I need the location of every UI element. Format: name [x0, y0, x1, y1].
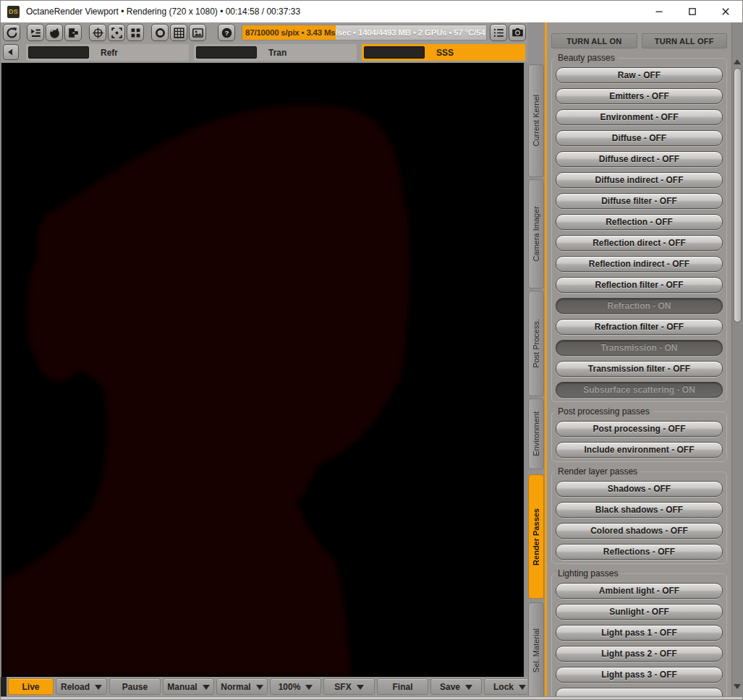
pass-toggle-refraction-on[interactable]: Refraction - ON: [556, 298, 723, 314]
ring-button[interactable]: [151, 24, 169, 41]
button-label: Reload: [61, 682, 90, 692]
minimize-icon: [655, 7, 663, 16]
panel-scrollbar[interactable]: [731, 22, 742, 696]
previous-pass-button[interactable]: [3, 44, 19, 60]
control-final-button[interactable]: Final: [377, 678, 428, 695]
control-sfx-button[interactable]: SFX: [323, 678, 375, 695]
pass-toggle-transmission-on[interactable]: Transmission - ON: [556, 340, 723, 356]
pass-preview-refr[interactable]: Refr: [26, 44, 189, 61]
back-arrow-icon: [6, 47, 16, 57]
tab-current-kernel[interactable]: Current Kernel: [528, 64, 544, 177]
pass-preview-label: SSS: [436, 48, 454, 58]
maximize-icon: [688, 7, 697, 16]
snapshot-camera-icon: [511, 26, 525, 40]
control-manual-button[interactable]: Manual: [163, 678, 214, 695]
pass-toggle-reflection-off[interactable]: Reflection - OFF: [556, 214, 723, 230]
render-priority-icon: [29, 26, 43, 40]
pass-toggle-diffuse-off[interactable]: Diffuse - OFF: [556, 130, 723, 146]
section-beauty-passes: Beauty passesRaw - OFFEmitters - OFFEnvi…: [551, 58, 727, 402]
pass-toggle-post-processing-off[interactable]: Post processing - OFF: [556, 421, 723, 437]
render-priority-button[interactable]: [27, 24, 44, 41]
panel-tab-strip: Current KernelCamera ImagerPost Process.…: [527, 22, 545, 696]
snapshot-camera-button[interactable]: [509, 24, 526, 41]
pass-toggle-emitters-off[interactable]: Emitters - OFF: [556, 88, 723, 104]
pass-toggle-raw-off[interactable]: Raw - OFF: [556, 67, 723, 83]
control-pause-button[interactable]: Pause: [109, 678, 161, 695]
pass-toggle-include-environment-off[interactable]: Include environment - OFF: [556, 442, 723, 458]
svg-text:?: ?: [224, 28, 229, 36]
pass-toggle-subsurface-scattering-on[interactable]: Subsurface scattering - ON: [556, 382, 723, 398]
pass-toggle-light-pass-2-off[interactable]: Light pass 2 - OFF: [556, 646, 723, 662]
window-title: OctaneRender Viewport • Rendering (720 x…: [26, 7, 300, 17]
scroll-up-icon: [734, 59, 741, 64]
tab-post-process[interactable]: Post Process.: [528, 291, 544, 396]
pass-toggle-environment-off[interactable]: Environment - OFF: [556, 109, 723, 125]
background-upload-attachment-link[interactable]: Upload attachment: [145, 697, 224, 700]
tab-environment[interactable]: Environment: [528, 398, 544, 469]
quad-view-button[interactable]: [127, 24, 144, 41]
scrollbar-thumb[interactable]: [734, 68, 742, 323]
scroll-down-button[interactable]: [733, 682, 742, 691]
render-status-text-overlay: 87/10000 s/pix • 3.43 Ms/sec • 1404/4493…: [245, 25, 336, 40]
control-reload-button[interactable]: Reload: [56, 678, 107, 695]
tab-render-passes[interactable]: Render Passes: [528, 474, 544, 599]
pass-toggle-light-pass-3-off[interactable]: Light pass 3 - OFF: [556, 667, 723, 683]
subdivision-grid-button[interactable]: [170, 24, 187, 41]
refresh-button[interactable]: [3, 24, 20, 41]
turn-all-off-button[interactable]: TURN ALL OFF: [642, 33, 728, 48]
pass-toggle-shadows-off[interactable]: Shadows - OFF: [556, 481, 723, 497]
section-post-processing-passes: Post processing passesPost processing - …: [551, 411, 727, 462]
background-options-link[interactable]: Options: [26, 697, 61, 700]
app-icon: DS: [7, 6, 20, 18]
maximize-button[interactable]: [676, 1, 709, 22]
pass-toggle-diffuse-filter-off[interactable]: Diffuse filter - OFF: [556, 193, 723, 209]
tab-label: Camera Imager: [532, 206, 540, 261]
section-title: Render layer passes: [555, 466, 640, 477]
scroll-up-button[interactable]: [733, 57, 742, 67]
section-lighting-passes: Lighting passesAmbient light - OFFSunlig…: [551, 573, 727, 696]
pass-thumbnail: [28, 46, 89, 59]
dropdown-arrow-icon: [465, 685, 472, 690]
tab-camera-imager[interactable]: Camera Imager: [528, 179, 544, 289]
pass-preview-sss[interactable]: SSS: [362, 44, 525, 61]
ring-icon: [153, 26, 167, 40]
pass-toggle-refraction-filter-off[interactable]: Refraction filter - OFF: [556, 319, 723, 335]
pass-toggle-diffuse-indirect-off[interactable]: Diffuse indirect - OFF: [556, 172, 723, 188]
pass-toggle-reflection-direct-off[interactable]: Reflection direct - OFF: [556, 235, 723, 251]
close-button[interactable]: [709, 1, 742, 22]
render-viewport[interactable]: [1, 62, 527, 677]
pass-toggle-diffuse-direct-off[interactable]: Diffuse direct - OFF: [556, 151, 723, 167]
pass-toggle-transmission-filter-off[interactable]: Transmission filter - OFF: [556, 361, 723, 377]
crosshair-button[interactable]: [89, 24, 106, 41]
button-label: Pause: [122, 682, 148, 692]
save-image-button[interactable]: [189, 24, 206, 41]
control-normal-button[interactable]: Normal: [216, 678, 268, 695]
pass-toggle-item[interactable]: [556, 688, 723, 696]
pass-toggle-sunlight-off[interactable]: Sunlight - OFF: [556, 604, 723, 620]
help-button[interactable]: ?: [218, 24, 235, 41]
pass-toggle-reflection-indirect-off[interactable]: Reflection indirect - OFF: [556, 256, 723, 272]
pass-toggle-light-pass-1-off[interactable]: Light pass 1 - OFF: [556, 625, 723, 641]
pass-preview-tran[interactable]: Tran: [194, 44, 357, 61]
octane-render-viewport-window: DS OctaneRender Viewport • Rendering (72…: [0, 0, 743, 700]
pass-toggle-reflections-off[interactable]: Reflections - OFF: [556, 544, 723, 560]
render-log-button[interactable]: [490, 24, 507, 41]
control-save-button[interactable]: Save: [430, 678, 482, 695]
tab-sel-material[interactable]: Sel. Material: [528, 602, 544, 699]
focus-picker-icon: [110, 26, 124, 40]
pass-toggle-black-shadows-off[interactable]: Black shadows - OFF: [556, 502, 723, 518]
pass-toggle-ambient-light-off[interactable]: Ambient light - OFF: [556, 583, 723, 599]
night-mode-button[interactable]: [46, 24, 63, 41]
focus-picker-button[interactable]: [108, 24, 125, 41]
node-link-button[interactable]: [64, 24, 82, 41]
pass-toggle-reflection-filter-off[interactable]: Reflection filter - OFF: [556, 277, 723, 293]
turn-all-on-button[interactable]: TURN ALL ON: [551, 33, 637, 48]
pass-toggle-colored-shadows-off[interactable]: Colored shadows - OFF: [556, 523, 723, 539]
control-live-button[interactable]: Live: [8, 678, 54, 695]
section-title: Beauty passes: [555, 53, 618, 63]
night-mode-icon: [48, 26, 61, 40]
control-100-button[interactable]: 100%: [270, 678, 321, 695]
head-silhouette: [1, 63, 524, 677]
button-label: Lock: [493, 682, 514, 692]
minimize-button[interactable]: [642, 1, 676, 22]
